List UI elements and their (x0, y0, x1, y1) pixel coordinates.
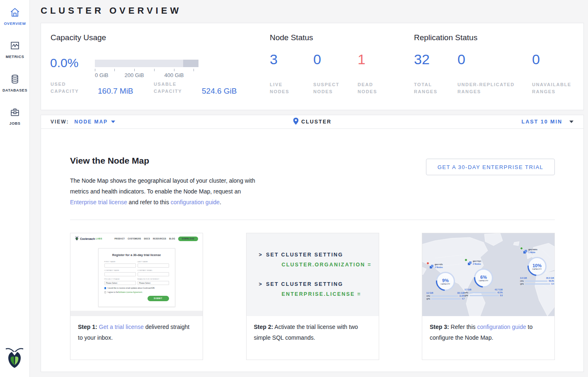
thumb-field-label: PROJECT PHASE (104, 278, 136, 280)
thumb-submit-button: SUBMIT (148, 296, 169, 301)
sidebar-item-overview[interactable]: OVERVIEW (0, 7, 30, 26)
qps-bar (469, 295, 499, 297)
thumb-form-fields: FIRST NAME LAST NAME COMPANY NAME COMPAN… (99, 257, 175, 285)
trial-registration-screenshot: Cockroach LABS PRODUCT CUSTOMERS DOCS RE… (70, 233, 203, 316)
step-1-caption: Step 1: Get a trial license delivered st… (70, 316, 203, 348)
cpu-label: CPU (465, 292, 469, 294)
sql-command: >SET CLUSTER SETTING CLUSTER.ORGANIZATIO… (259, 252, 379, 268)
thumb-form-title: Register for a 30-day trial license (99, 253, 175, 257)
checkbox-empty-icon (104, 291, 106, 293)
sidebar-item-label: JOBS (0, 121, 30, 126)
sql-command: >SET CLUSTER SETTING ENTERPRISE.LICENSE … (259, 281, 379, 297)
databases-icon (0, 74, 30, 86)
status-warning-badge (426, 262, 429, 265)
node-map-heading: View the Node Map (70, 156, 149, 166)
thumb-nav-item: CUSTOMERS (128, 238, 141, 240)
under-replicated-ranges-stat: 0 UNDER-REPLICATED RANGES (457, 52, 532, 95)
sidebar-item-jobs[interactable]: JOBS (0, 107, 30, 126)
replication-status-title: Replication Status (414, 33, 477, 42)
thumb-select: Please Select (104, 281, 136, 285)
sql-commands-figure: >SET CLUSTER SETTING CLUSTER.ORGANIZATIO… (247, 233, 379, 316)
node-map-description: The Node Map shows the geographical layo… (70, 175, 260, 208)
thumb-select: Please Select (138, 281, 169, 285)
capacity-axis-labels: 0 GiB 200 GiB 400 GiB (95, 72, 211, 79)
live-nodes-label: LIVE NODES (270, 81, 299, 95)
thumb-checkbox-row: I agree to the Software License Agreemen… (104, 291, 169, 293)
section-divider (70, 220, 555, 220)
usable-capacity-label: USABLE CAPACITY (154, 81, 192, 95)
locality-label: geo=nyc2 Nodes (473, 260, 481, 266)
status-ok-badge (520, 247, 523, 250)
page-title: CLUSTER OVERVIEW (41, 5, 181, 16)
suspect-nodes-label: SUSPECT NODES (313, 81, 348, 95)
sql-keyword: SET CLUSTER SETTING (266, 252, 343, 258)
cpu-label: CPU (426, 295, 431, 297)
view-selector-dropdown[interactable]: VIEW: NODE MAP (51, 119, 115, 125)
jobs-icon (0, 107, 30, 119)
suspect-nodes-value: 0 (313, 52, 358, 66)
cockroachdb-logo (5, 346, 24, 370)
cluster-summary-card: Capacity Usage Node Status Replication S… (41, 23, 584, 110)
locality-widget-ams: geo=ams1 Node 10% CAPACITY 3.6 GiB36.6 G… (520, 248, 554, 285)
enterprise-trial-license-link[interactable]: Enterprise trial license (70, 199, 127, 205)
thumb-field-label: COMPANY NAME (104, 269, 136, 271)
dead-nodes-stat: 1 DEAD NODES (358, 52, 387, 95)
view-value: NODE MAP (74, 119, 108, 125)
node-status-stats: 3 LIVE NODES 0 SUSPECT NODES 1 DEAD NODE… (270, 52, 387, 95)
cluster-overview-page: OVERVIEW METRICS DATABASES (0, 0, 588, 377)
sidebar-item-metrics[interactable]: METRICS (0, 40, 30, 59)
cpu-bar (469, 292, 496, 294)
thumb-site-header: Cockroach LABS PRODUCT CUSTOMERS DOCS RE… (70, 233, 203, 244)
cpu-bar (525, 280, 547, 282)
step-label: Step 3: (430, 324, 449, 330)
thumb-nav-item: BLOG (169, 238, 175, 240)
configuration-guide-link[interactable]: configuration guide (171, 199, 220, 205)
sql-keyword: SET CLUSTER SETTING (266, 281, 343, 287)
description-text: The Node Map shows the geographical layo… (70, 177, 255, 195)
qps-bar (525, 283, 550, 285)
capacity-axis-ticks (95, 69, 198, 71)
sidebar: OVERVIEW METRICS DATABASES (0, 0, 30, 377)
under-replicated-ranges-label: UNDER-REPLICATED RANGES (457, 81, 528, 95)
used-capacity: USED CAPACITY 160.7 MiB (51, 81, 133, 95)
thumb-brand: Cockroach (80, 237, 95, 240)
thumb-nav-item: DOCS (144, 238, 150, 240)
description-text: . (220, 199, 221, 205)
used-capacity-label: USED CAPACITY (51, 81, 88, 95)
thumb-registration-form: Register for a 30-day trial license FIRS… (98, 248, 175, 307)
thumb-checkbox-label: I would like to receive email updates ab… (107, 287, 155, 289)
gauge-label: CAPACITY (440, 283, 450, 285)
capacity-gauge: 10% CAPACITY (528, 257, 547, 276)
thumb-text-input (138, 263, 169, 268)
thumb-footer-strip (70, 311, 203, 316)
dead-nodes-value: 1 (358, 52, 387, 66)
status-ok-badge (465, 259, 467, 261)
sidebar-item-label: METRICS (0, 55, 30, 59)
live-nodes-stat: 3 LIVE NODES (270, 52, 313, 95)
gauge-percent: 6% (480, 275, 487, 280)
qps-label: QPS (520, 283, 525, 285)
checkbox-checked-icon (104, 287, 106, 289)
qps-value: 0.4 (552, 283, 554, 285)
used-capacity-value: 160.7 MiB (98, 87, 133, 96)
thumb-nav-item: PRODUCT (114, 238, 125, 240)
home-icon (0, 7, 30, 19)
enterprise-trial-button[interactable]: GET A 30-DAY ENTERPRISE TRIAL (426, 159, 555, 175)
tick-label: 200 GiB (125, 72, 144, 78)
capacity-gauge: 6% CAPACITY (474, 268, 493, 288)
get-trial-license-link[interactable]: Get a trial license (99, 324, 144, 330)
unavailable-ranges-value: 0 (532, 52, 586, 66)
qps-label: QPS (465, 295, 469, 297)
thumb-checkbox-row: I would like to receive email updates ab… (104, 287, 169, 289)
step-3-card: geo=sfo2 Nodes 9% CAPACITY 3.2 GiB331 Gi… (422, 233, 555, 360)
usable-capacity-value: 524.6 GiB (202, 87, 237, 96)
step-3-caption: Step 3: Refer this configuration guide t… (422, 316, 554, 348)
configuration-guide-link[interactable]: configuration guide (477, 324, 526, 330)
time-range-dropdown[interactable]: LAST 10 MIN (522, 119, 573, 125)
node-map-panel: VIEW: NODE MAP CLUSTER LAST 10 MIN View … (41, 115, 584, 372)
cpu-value: 58.3% (549, 280, 554, 282)
time-range-value: LAST 10 MIN (522, 119, 562, 125)
nodes-icon (523, 248, 528, 256)
sidebar-item-databases[interactable]: DATABASES (0, 74, 30, 92)
cpu-value: 11.0% (459, 295, 465, 297)
